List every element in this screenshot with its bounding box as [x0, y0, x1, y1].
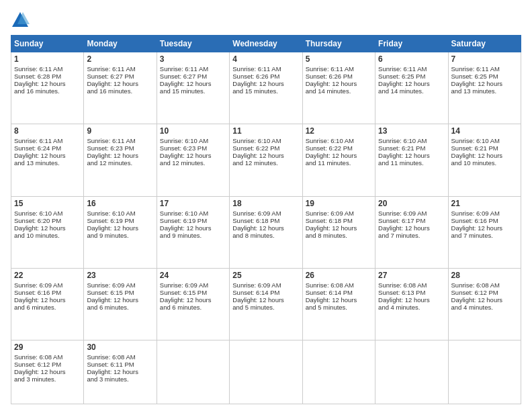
calendar-cell: 13Sunrise: 6:10 AMSunset: 6:21 PMDayligh… — [375, 124, 448, 196]
daylight-minutes: and 16 minutes. — [87, 87, 132, 95]
daylight-label: Daylight: 12 hours — [160, 80, 212, 87]
daylight-label: Daylight: 12 hours — [87, 224, 138, 232]
sunset-line: Sunset: 6:18 PM — [306, 217, 353, 224]
calendar-cell — [375, 340, 448, 404]
sunrise-line: Sunrise: 6:09 AM — [378, 210, 427, 217]
sunset-line: Sunset: 6:22 PM — [232, 144, 279, 152]
calendar-week-2: 8Sunrise: 6:11 AMSunset: 6:24 PMDaylight… — [11, 124, 521, 196]
daylight-minutes: and 13 minutes. — [451, 87, 497, 95]
calendar-cell: 21Sunrise: 6:09 AMSunset: 6:16 PMDayligh… — [448, 196, 521, 268]
daylight-minutes: and 4 minutes. — [378, 304, 420, 311]
daylight-minutes: and 16 minutes. — [14, 87, 60, 95]
day-number: 18 — [232, 199, 299, 208]
sunset-line: Sunset: 6:22 PM — [306, 144, 353, 152]
day-number: 28 — [451, 271, 518, 280]
day-number: 22 — [14, 271, 81, 280]
daylight-label: Daylight: 12 hours — [14, 152, 66, 159]
daylight-label: Daylight: 12 hours — [378, 80, 430, 87]
daylight-label: Daylight: 12 hours — [306, 224, 357, 232]
sunrise-line: Sunrise: 6:11 AM — [14, 65, 62, 73]
sunset-line: Sunset: 6:23 PM — [160, 144, 207, 152]
sunset-line: Sunset: 6:19 PM — [160, 217, 207, 224]
calendar-cell: 15Sunrise: 6:10 AMSunset: 6:20 PMDayligh… — [11, 196, 84, 268]
col-header-friday: Friday — [375, 36, 448, 52]
day-number: 26 — [306, 271, 372, 280]
day-number: 20 — [378, 199, 445, 208]
daylight-minutes: and 6 minutes. — [14, 304, 56, 311]
day-number: 23 — [87, 271, 153, 280]
daylight-label: Daylight: 12 hours — [232, 80, 284, 87]
daylight-label: Daylight: 12 hours — [232, 224, 284, 232]
sunset-line: Sunset: 6:24 PM — [14, 144, 61, 152]
daylight-label: Daylight: 12 hours — [160, 152, 212, 159]
sunset-line: Sunset: 6:27 PM — [160, 73, 207, 80]
page-header — [11, 11, 521, 30]
col-header-tuesday: Tuesday — [157, 36, 229, 52]
sunrise-line: Sunrise: 6:11 AM — [306, 65, 354, 73]
calendar-week-4: 22Sunrise: 6:09 AMSunset: 6:16 PMDayligh… — [11, 268, 521, 340]
calendar-cell: 17Sunrise: 6:10 AMSunset: 6:19 PMDayligh… — [157, 196, 229, 268]
day-number: 6 — [378, 54, 445, 64]
sunrise-line: Sunrise: 6:11 AM — [87, 137, 135, 144]
sunset-line: Sunset: 6:17 PM — [378, 217, 425, 224]
sunrise-line: Sunrise: 6:10 AM — [451, 137, 500, 144]
day-number: 16 — [87, 199, 153, 208]
calendar-cell: 27Sunrise: 6:08 AMSunset: 6:13 PMDayligh… — [375, 268, 448, 340]
calendar-week-3: 15Sunrise: 6:10 AMSunset: 6:20 PMDayligh… — [11, 196, 521, 268]
sunrise-line: Sunrise: 6:10 AM — [306, 137, 354, 144]
day-number: 24 — [160, 271, 226, 280]
daylight-label: Daylight: 12 hours — [14, 368, 66, 375]
sunset-line: Sunset: 6:28 PM — [14, 73, 61, 80]
daylight-label: Daylight: 12 hours — [14, 296, 66, 304]
day-number: 8 — [14, 126, 81, 136]
sunrise-line: Sunrise: 6:09 AM — [14, 281, 62, 289]
daylight-minutes: and 9 minutes. — [160, 232, 202, 239]
col-header-monday: Monday — [84, 36, 157, 52]
daylight-minutes: and 5 minutes. — [232, 304, 274, 311]
sunrise-line: Sunrise: 6:09 AM — [232, 281, 281, 289]
sunrise-line: Sunrise: 6:09 AM — [451, 210, 500, 217]
calendar-cell — [448, 340, 521, 404]
calendar-cell: 20Sunrise: 6:09 AMSunset: 6:17 PMDayligh… — [375, 196, 448, 268]
sunrise-line: Sunrise: 6:11 AM — [160, 65, 208, 73]
calendar-cell: 22Sunrise: 6:09 AMSunset: 6:16 PMDayligh… — [11, 268, 84, 340]
day-number: 11 — [232, 126, 299, 136]
calendar-cell: 4Sunrise: 6:11 AMSunset: 6:26 PMDaylight… — [230, 52, 302, 124]
sunrise-line: Sunrise: 6:11 AM — [378, 65, 427, 73]
sunset-line: Sunset: 6:26 PM — [232, 73, 279, 80]
calendar-cell: 29Sunrise: 6:08 AMSunset: 6:12 PMDayligh… — [11, 340, 84, 404]
day-number: 10 — [160, 126, 226, 136]
calendar-cell: 19Sunrise: 6:09 AMSunset: 6:18 PMDayligh… — [302, 196, 375, 268]
calendar-cell: 14Sunrise: 6:10 AMSunset: 6:21 PMDayligh… — [448, 124, 521, 196]
calendar-cell: 2Sunrise: 6:11 AMSunset: 6:27 PMDaylight… — [84, 52, 157, 124]
daylight-label: Daylight: 12 hours — [160, 224, 212, 232]
sunrise-line: Sunrise: 6:11 AM — [451, 65, 500, 73]
logo — [11, 11, 32, 30]
calendar-cell: 8Sunrise: 6:11 AMSunset: 6:24 PMDaylight… — [11, 124, 84, 196]
day-number: 12 — [306, 126, 372, 136]
calendar-cell — [157, 340, 229, 404]
day-number: 14 — [451, 126, 518, 136]
day-number: 21 — [451, 199, 518, 208]
sunset-line: Sunset: 6:25 PM — [451, 73, 498, 80]
calendar-cell: 7Sunrise: 6:11 AMSunset: 6:25 PMDaylight… — [448, 52, 521, 124]
sunset-line: Sunset: 6:13 PM — [378, 289, 425, 296]
sunrise-line: Sunrise: 6:10 AM — [378, 137, 427, 144]
calendar-cell: 10Sunrise: 6:10 AMSunset: 6:23 PMDayligh… — [157, 124, 229, 196]
sunset-line: Sunset: 6:14 PM — [306, 289, 353, 296]
sunrise-line: Sunrise: 6:11 AM — [14, 137, 62, 144]
daylight-minutes: and 7 minutes. — [451, 232, 493, 239]
daylight-minutes: and 10 minutes. — [451, 159, 497, 167]
calendar-cell: 28Sunrise: 6:08 AMSunset: 6:12 PMDayligh… — [448, 268, 521, 340]
sunrise-line: Sunrise: 6:10 AM — [160, 210, 208, 217]
sunrise-line: Sunrise: 6:08 AM — [451, 281, 500, 289]
sunset-line: Sunset: 6:12 PM — [451, 289, 498, 296]
calendar-cell: 24Sunrise: 6:09 AMSunset: 6:15 PMDayligh… — [157, 268, 229, 340]
daylight-minutes: and 12 minutes. — [232, 159, 278, 167]
sunset-line: Sunset: 6:19 PM — [87, 217, 134, 224]
sunrise-line: Sunrise: 6:09 AM — [306, 210, 354, 217]
calendar-cell: 1Sunrise: 6:11 AMSunset: 6:28 PMDaylight… — [11, 52, 84, 124]
col-header-wednesday: Wednesday — [230, 36, 302, 52]
sunrise-line: Sunrise: 6:08 AM — [14, 353, 62, 361]
sunrise-line: Sunrise: 6:10 AM — [160, 137, 208, 144]
